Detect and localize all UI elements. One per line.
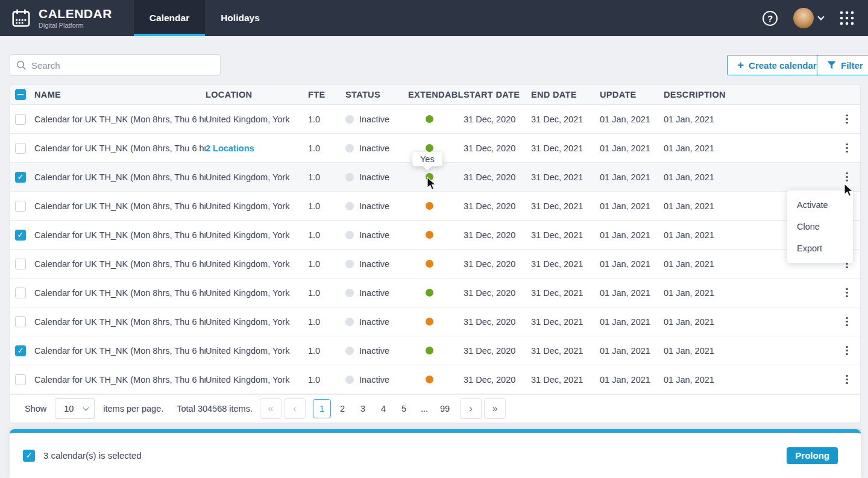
selection-checkbox[interactable] <box>23 450 35 462</box>
row-checkbox[interactable] <box>15 259 26 269</box>
page-size-select[interactable]: 10 <box>55 398 95 419</box>
prev-page-button[interactable]: ‹ <box>284 398 306 419</box>
table-row[interactable]: Calendar for UK TH_NK (Mon 8hrs, Thu 6 h… <box>10 365 860 394</box>
cell-update: 01 Jan, 2021 <box>600 143 664 153</box>
cell-fte: 1.0 <box>308 375 345 385</box>
extendable-dot[interactable] <box>426 318 433 325</box>
top-navbar: CALENDAR Digital Platform Calendar Holid… <box>0 0 868 36</box>
select-all-checkbox[interactable] <box>15 89 26 100</box>
cell-start-date: 31 Dec, 2020 <box>464 172 531 182</box>
cell-location: United Kingdom, York <box>206 172 308 182</box>
row-checkbox[interactable] <box>15 143 26 154</box>
row-actions-kebab-icon[interactable] <box>841 285 853 301</box>
row-checkbox[interactable] <box>15 172 26 183</box>
cell-end-date: 31 Dec, 2021 <box>531 288 600 298</box>
table-row[interactable]: Calendar for UK TH_NK (Mon 8hrs, Thu 6 h… <box>10 105 860 134</box>
cell-name: Calendar for UK TH_NK (Mon 8hrs, Thu 6 h… <box>34 317 206 327</box>
cell-update: 01 Jan, 2021 <box>600 346 664 356</box>
row-actions-kebab-icon[interactable] <box>841 140 853 157</box>
header-status: STATUS <box>345 90 408 99</box>
context-menu-item[interactable]: Export <box>787 237 853 259</box>
help-icon[interactable]: ? <box>763 11 778 26</box>
cell-update: 01 Jan, 2021 <box>600 230 664 240</box>
row-actions-kebab-icon[interactable] <box>841 342 853 359</box>
cell-location: United Kingdom, York <box>206 346 308 356</box>
header-end-date: END DATE <box>531 90 600 99</box>
row-actions-kebab-icon[interactable] <box>841 111 853 128</box>
table-row[interactable]: Calendar for UK TH_NK (Mon 8hrs, Thu 6 h… <box>10 336 860 365</box>
cell-start-date: 31 Dec, 2020 <box>464 259 531 269</box>
cell-description: 01 Jan, 2021 <box>664 317 834 327</box>
context-menu-item[interactable]: Clone <box>787 216 853 237</box>
app-brand: CALENDAR Digital Platform <box>0 0 134 36</box>
row-checkbox[interactable] <box>15 374 26 385</box>
app-grid-icon[interactable] <box>839 10 855 26</box>
row-actions-kebab-icon[interactable] <box>841 313 853 330</box>
selection-label: 3 calendar(s) is selected <box>43 450 142 461</box>
extendable-dot[interactable] <box>426 202 433 210</box>
page-button[interactable]: 4 <box>374 399 392 418</box>
table-row[interactable]: Calendar for UK TH_NK (Mon 8hrs, Thu 6 h… <box>10 163 860 192</box>
extendable-dot[interactable] <box>426 231 433 239</box>
cell-description: 01 Jan, 2021 <box>664 375 834 385</box>
tab-calendar[interactable]: Calendar <box>134 0 205 36</box>
status-label: Inactive <box>359 288 389 298</box>
extendable-dot[interactable] <box>426 115 433 123</box>
row-checkbox[interactable] <box>15 288 26 298</box>
extendable-dot[interactable] <box>426 173 433 181</box>
toolbar: + Create calendar Filter <box>0 36 868 84</box>
row-checkbox[interactable] <box>15 114 26 125</box>
calendar-table: NAME LOCATION FTE STATUS EXTENDABLE STAR… <box>10 84 861 423</box>
table-row[interactable]: Calendar for UK TH_NK (Mon 8hrs, Thu 6 h… <box>10 278 860 307</box>
context-menu-item[interactable]: Activate <box>787 194 853 216</box>
cell-end-date: 31 Dec, 2021 <box>531 375 600 385</box>
cell-end-date: 31 Dec, 2021 <box>531 143 600 153</box>
page-button[interactable]: 5 <box>395 399 413 418</box>
cell-location: United Kingdom, York <box>206 375 308 385</box>
search-box[interactable] <box>10 54 221 76</box>
page-button[interactable]: 3 <box>354 399 372 418</box>
next-page-button[interactable]: › <box>460 398 482 419</box>
first-page-button[interactable]: « <box>260 398 281 419</box>
row-checkbox[interactable] <box>15 316 26 327</box>
table-header-row: NAME LOCATION FTE STATUS EXTENDABLE STAR… <box>10 85 860 105</box>
last-page-button[interactable]: » <box>484 398 506 419</box>
page-button[interactable]: 1 <box>313 399 331 418</box>
extendable-dot[interactable] <box>426 376 433 383</box>
extendable-dot[interactable] <box>426 260 433 268</box>
tab-holidays[interactable]: Holidays <box>205 0 275 36</box>
filter-button[interactable]: Filter <box>817 55 868 75</box>
cell-location[interactable]: 2 Locations <box>206 143 308 153</box>
status-dot-icon <box>345 376 354 384</box>
prolong-button[interactable]: Prolong <box>787 447 838 464</box>
row-checkbox[interactable] <box>15 345 26 356</box>
page-button[interactable]: 99 <box>436 399 454 418</box>
page-button[interactable]: 2 <box>333 399 351 418</box>
search-input[interactable] <box>31 60 214 71</box>
cell-fte: 1.0 <box>308 288 345 298</box>
status-dot-icon <box>345 231 354 239</box>
create-calendar-button[interactable]: + Create calendar <box>727 55 827 75</box>
table-row[interactable]: Calendar for UK TH_NK (Mon 8hrs, Thu 6 h… <box>10 250 860 278</box>
cell-start-date: 31 Dec, 2020 <box>464 346 531 356</box>
row-actions-kebab-icon[interactable] <box>841 169 853 186</box>
status-dot-icon <box>345 115 354 124</box>
row-checkbox[interactable] <box>15 201 26 212</box>
chevron-down-icon <box>817 13 824 20</box>
app-title: CALENDAR <box>39 7 112 20</box>
status-label: Inactive <box>359 259 389 269</box>
user-menu[interactable] <box>793 8 823 28</box>
table-row[interactable]: Calendar for UK TH_NK (Mon 8hrs, Thu 6 h… <box>10 307 860 336</box>
user-avatar[interactable] <box>793 8 814 28</box>
table-row[interactable]: Calendar for UK TH_NK (Mon 8hrs, Thu 6 h… <box>10 221 860 250</box>
extendable-dot[interactable] <box>426 289 433 297</box>
pagination-bar: Show 10 items per page. Total 304568 ite… <box>10 394 860 423</box>
table-row[interactable]: Calendar for UK TH_NK (Mon 8hrs, Thu 6 h… <box>10 192 860 221</box>
cell-start-date: 31 Dec, 2020 <box>464 288 531 298</box>
row-actions-kebab-icon[interactable] <box>841 371 853 388</box>
cell-fte: 1.0 <box>308 115 345 124</box>
page-list: 12345...99 <box>312 399 455 418</box>
row-checkbox[interactable] <box>15 230 26 241</box>
extendable-dot[interactable] <box>426 144 433 152</box>
extendable-dot[interactable] <box>426 347 433 354</box>
